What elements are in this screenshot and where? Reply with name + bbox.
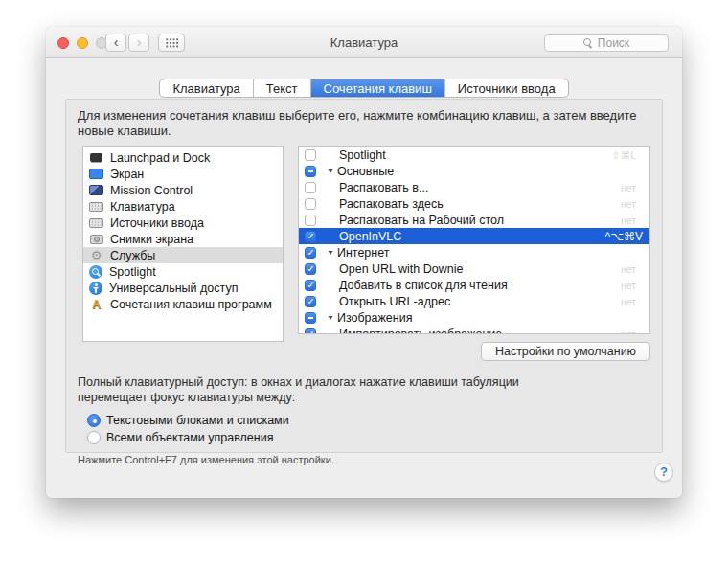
shortcut-key: нет	[621, 182, 649, 193]
checkbox[interactable]	[305, 296, 316, 307]
footnote-text: Нажмите Control+F7 для изменения этой на…	[78, 454, 650, 465]
category-label: Источники ввода	[110, 216, 204, 230]
category-row[interactable]: Клавиатура	[83, 198, 283, 215]
shortcut-row[interactable]: ▼ Интернет	[299, 244, 649, 260]
screenshot-icon	[89, 232, 103, 246]
shortcut-key: нет	[621, 328, 649, 335]
mission-control-icon	[89, 183, 103, 197]
category-row[interactable]: Источники ввода	[83, 215, 283, 231]
shortcut-label: Open URL with Downie	[339, 262, 463, 276]
checkbox[interactable]	[305, 149, 316, 161]
tab[interactable]: Клавиатура	[160, 79, 253, 97]
category-label: Spotlight	[109, 265, 156, 279]
checkbox[interactable]	[305, 166, 316, 177]
category-row[interactable]: Универсальный доступ	[83, 280, 283, 296]
disclosure-triangle-icon[interactable]: ▼	[327, 167, 334, 174]
radio-button[interactable]	[87, 431, 101, 444]
shortcut-row[interactable]: ▼ Добавить в список для чтения нет	[299, 277, 649, 293]
radio-group: Текстовыми блоками и списками Всеми объе…	[87, 412, 650, 446]
checkbox[interactable]	[305, 280, 316, 291]
shortcut-key: ^⌥⌘V	[605, 230, 649, 243]
shortcut-label: Распаковать на Рабочий стол	[339, 214, 504, 227]
tab-segmented-control: КлавиатураТекстСочетания клавишИсточники…	[159, 79, 568, 98]
category-label: Службы	[110, 249, 155, 262]
checkbox[interactable]	[305, 198, 316, 210]
help-button[interactable]: ?	[654, 463, 673, 482]
shortcuts-panel: Для изменения сочетания клавиш выберите …	[65, 99, 663, 453]
category-row[interactable]: Сочетания клавиш программ	[83, 296, 283, 312]
category-list: Launchpad и Dock Экран Mission Control К…	[82, 146, 284, 342]
shortcut-row[interactable]: ▼ Spotlight ⇧⌘L	[299, 147, 649, 163]
shortcut-row[interactable]: ▼ Изображения	[299, 309, 649, 326]
instructions-text: Для изменения сочетания клавиш выберите …	[78, 108, 645, 139]
category-label: Mission Control	[110, 184, 193, 197]
shortcut-row[interactable]: ▼ Распаковать в... нет	[299, 179, 649, 195]
search-placeholder: Поиск	[598, 36, 629, 50]
category-label: Launchpad и Dock	[110, 151, 210, 165]
shortcut-label: OpenInVLC	[339, 230, 401, 243]
category-row[interactable]: Launchpad и Dock	[83, 149, 283, 166]
category-row[interactable]: Mission Control	[83, 182, 283, 198]
shortcut-row[interactable]: ▼ Импортировать изображение нет	[299, 326, 649, 334]
category-row[interactable]: Службы	[83, 247, 283, 263]
titlebar: ‹ › Клавиатура Поиск	[46, 27, 682, 58]
shortcut-label: Добавить в список для чтения	[339, 279, 508, 292]
restore-defaults-button[interactable]: Настройки по умолчанию	[481, 342, 650, 361]
shortcut-key: нет	[621, 263, 649, 275]
shortcut-row[interactable]: ▼ Открыть URL-адрес нет	[299, 293, 649, 309]
checkbox[interactable]	[305, 263, 316, 275]
shortcut-row[interactable]: ▼ Распаковать здесь нет	[299, 195, 649, 212]
tab[interactable]: Сочетания клавиш	[311, 79, 445, 97]
display-icon	[89, 167, 103, 181]
checkbox[interactable]	[305, 328, 316, 335]
launchpad-dock-icon	[89, 150, 103, 165]
minimize-button[interactable]	[77, 37, 88, 49]
shortcut-label: Открыть URL-адрес	[339, 295, 450, 308]
services-gear-icon	[89, 248, 103, 262]
full-access-heading: Полный клавиатурный доступ: в окнах и ди…	[78, 374, 543, 405]
disclosure-triangle-icon[interactable]: ▼	[327, 248, 334, 256]
checkbox[interactable]	[305, 312, 316, 324]
search-input[interactable]: Поиск	[544, 34, 669, 52]
shortcut-label: Основные	[337, 165, 394, 178]
close-button[interactable]	[57, 37, 69, 49]
shortcut-list: ▼ Spotlight ⇧⌘L ▼ Основные ▼ Распаковать…	[298, 146, 650, 334]
category-label: Сочетания клавиш программ	[110, 298, 272, 311]
checkbox[interactable]	[305, 231, 316, 242]
accessibility-icon	[89, 282, 102, 295]
checkbox[interactable]	[305, 247, 316, 259]
grid-icon	[165, 37, 178, 48]
checkbox[interactable]	[305, 182, 316, 193]
tab[interactable]: Текст	[254, 79, 311, 97]
shortcut-label: Распаковать в...	[339, 181, 428, 194]
app-shortcuts-icon	[89, 297, 103, 311]
radio-option[interactable]: Текстовыми блоками и списками	[87, 412, 650, 429]
shortcut-key: нет	[621, 280, 649, 291]
shortcut-label: Импортировать изображение	[339, 328, 502, 335]
category-label: Универсальный доступ	[109, 282, 238, 295]
tab[interactable]: Источники ввода	[445, 79, 568, 97]
show-all-button[interactable]	[158, 34, 185, 52]
category-row[interactable]: Spotlight	[83, 263, 283, 280]
category-row[interactable]: Снимки экрана	[83, 231, 283, 247]
shortcut-row[interactable]: ▼ Основные	[299, 163, 649, 179]
traffic-lights	[57, 37, 107, 49]
shortcut-label: Интернет	[337, 246, 390, 260]
search-icon	[583, 38, 593, 48]
radio-label: Всеми объектами управления	[106, 431, 273, 444]
radio-button[interactable]	[87, 414, 101, 427]
category-label: Экран	[110, 168, 144, 181]
shortcut-key: нет	[621, 215, 649, 226]
disclosure-triangle-icon[interactable]: ▼	[327, 313, 334, 321]
radio-label: Текстовыми блоками и списками	[106, 414, 289, 427]
category-row[interactable]: Экран	[83, 166, 283, 182]
input-source-icon	[89, 215, 103, 230]
shortcut-row[interactable]: ▼ Open URL with Downie нет	[299, 260, 649, 277]
shortcut-row[interactable]: ▼ OpenInVLC ^⌥⌘V	[299, 228, 649, 244]
shortcut-row[interactable]: ▼ Распаковать на Рабочий стол нет	[299, 212, 649, 228]
checkbox[interactable]	[305, 215, 316, 226]
radio-option[interactable]: Всеми объектами управления	[87, 429, 650, 446]
back-button[interactable]: ‹	[105, 34, 126, 52]
spotlight-icon	[89, 265, 102, 279]
keyboard-icon	[89, 199, 103, 214]
